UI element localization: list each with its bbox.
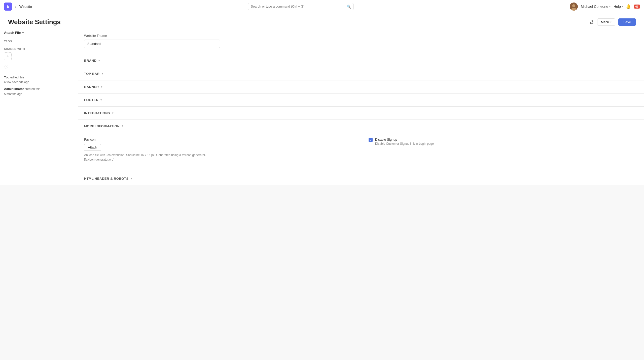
favorite-icon[interactable]: ♡: [4, 65, 74, 71]
sidebar-shared-section: SHARED WITH +: [4, 47, 74, 60]
save-button[interactable]: Save: [618, 18, 636, 26]
user-name-button[interactable]: Michael Corleone ▾: [581, 5, 611, 9]
help-button[interactable]: Help ▾: [614, 5, 623, 9]
main-content: http://localhost:8069/... ✕ Attach File …: [0, 18, 644, 185]
more-info-content: Favicon Attach An icon file with .ico ex…: [78, 133, 644, 172]
favicon-hint: An icon file with .ico extension. Should…: [84, 153, 210, 162]
footer-section-header[interactable]: FOOTER ▾: [78, 94, 644, 106]
brand-section: BRAND ▾: [78, 54, 644, 67]
html-header-section: HTML HEADER & ROBOTS ▾: [78, 172, 644, 185]
favicon-attach-button[interactable]: Attach: [84, 144, 101, 151]
more-info-section: MORE INFORMATION ▴ Favicon Attach An ico…: [78, 120, 644, 172]
attach-plus-icon[interactable]: +: [22, 30, 24, 35]
html-header-chevron-icon: ▾: [131, 177, 132, 180]
breadcrumb-separator: ›: [15, 5, 16, 9]
menu-chevron-icon: ▾: [610, 21, 612, 23]
brand-title: BRAND: [84, 59, 96, 63]
attach-file-label: Attach File: [4, 31, 21, 35]
breadcrumb-website[interactable]: Website: [19, 5, 32, 9]
search-icon: 🔍: [347, 5, 351, 9]
theme-input[interactable]: [84, 40, 220, 48]
user-chevron-icon: ▾: [609, 5, 611, 8]
brand-chevron-icon: ▾: [98, 59, 100, 62]
search-wrapper: 🔍: [248, 3, 354, 10]
banner-title: BANNER: [84, 85, 99, 89]
top-bar-title: TOP BAR: [84, 72, 100, 76]
activity-1-action: edited this: [10, 76, 24, 79]
sidebar: http://localhost:8069/... ✕ Attach File …: [0, 18, 78, 185]
breadcrumb: E › Website: [4, 3, 32, 11]
sidebar-tags-section: TAGS: [4, 40, 74, 43]
banner-section: BANNER ▾: [78, 80, 644, 94]
top-bar-section: TOP BAR ▾: [78, 67, 644, 80]
favicon-label: Favicon: [84, 138, 353, 141]
banner-section-header[interactable]: BANNER ▾: [78, 80, 644, 93]
tags-label: TAGS: [4, 40, 74, 43]
shared-with-label: SHARED WITH: [4, 47, 74, 50]
disable-signup-label-group: Disable Signup Disable Customer Signup l…: [375, 138, 434, 145]
avatar-image: [570, 3, 578, 11]
activity-2: Administrator created this 5 months ago: [4, 87, 74, 96]
user-name-text: Michael Corleone: [581, 5, 608, 9]
footer-chevron-icon: ▾: [100, 98, 102, 102]
more-info-chevron-icon: ▴: [122, 125, 123, 128]
page-header-actions: 🖨 Menu ▾ Save: [590, 18, 636, 26]
more-info-columns: Favicon Attach An icon file with .ico ex…: [84, 138, 638, 166]
search-bar: 🔍: [32, 3, 570, 10]
top-bar-section-header[interactable]: TOP BAR ▾: [78, 67, 644, 80]
notifications-icon[interactable]: 🔔: [626, 4, 631, 9]
help-label: Help: [614, 5, 621, 9]
activity-2-user: Administrator: [4, 87, 24, 91]
more-info-right-col: Disable Signup Disable Customer Signup l…: [369, 138, 638, 166]
activity-1-user: You: [4, 76, 10, 79]
page-title: Website Settings: [8, 18, 61, 26]
integrations-section: INTEGRATIONS ▾: [78, 107, 644, 120]
avatar: [570, 3, 578, 11]
theme-field-label: Website Theme: [84, 34, 638, 38]
banner-chevron-icon: ▾: [101, 85, 102, 88]
menu-label: Menu: [601, 20, 609, 24]
svg-point-1: [572, 4, 575, 7]
more-info-title: MORE INFORMATION: [84, 124, 120, 128]
website-theme-section: Website Theme: [78, 28, 644, 54]
search-input[interactable]: [251, 5, 345, 8]
favicon-field-group: Favicon Attach An icon file with .ico ex…: [84, 138, 353, 162]
page-header: Website Settings 🖨 Menu ▾ Save: [0, 13, 644, 30]
more-info-section-header[interactable]: MORE INFORMATION ▴: [78, 120, 644, 133]
menu-button[interactable]: Menu ▾: [597, 18, 616, 26]
html-header-section-header[interactable]: HTML HEADER & ROBOTS ▾: [78, 172, 644, 185]
integrations-title: INTEGRATIONS: [84, 111, 110, 115]
integrations-chevron-icon: ▾: [112, 111, 114, 115]
activity-1: You edited this a few seconds ago: [4, 75, 74, 85]
print-icon[interactable]: 🖨: [590, 19, 594, 25]
integrations-section-header[interactable]: INTEGRATIONS ▾: [78, 107, 644, 119]
more-info-left-col: Favicon Attach An icon file with .ico ex…: [84, 138, 353, 166]
activity-1-time: a few seconds ago: [4, 80, 29, 84]
footer-section: FOOTER ▾: [78, 94, 644, 107]
app-icon[interactable]: E: [4, 3, 12, 11]
disable-signup-row: Disable Signup Disable Customer Signup l…: [369, 138, 638, 145]
disable-signup-checkbox[interactable]: [369, 138, 373, 142]
add-shared-user-button[interactable]: +: [4, 52, 12, 60]
content-area: blog, about, contact) Website Theme BRAN…: [78, 18, 644, 185]
notification-badge: 63: [634, 5, 640, 9]
disable-signup-hint: Disable Customer Signup link in Login pa…: [375, 142, 434, 145]
activity-2-time: 5 months ago: [4, 92, 22, 96]
top-bar-chevron-icon: ▾: [102, 72, 103, 75]
attach-file-row: Attach File +: [4, 30, 74, 35]
disable-signup-label: Disable Signup: [375, 138, 434, 141]
footer-title: FOOTER: [84, 98, 98, 102]
top-navigation: E › Website 🔍 Michael Corleone ▾ Help ▾ …: [0, 0, 644, 13]
html-header-title: HTML HEADER & ROBOTS: [84, 177, 129, 181]
brand-section-header[interactable]: BRAND ▾: [78, 54, 644, 67]
help-chevron-icon: ▾: [622, 5, 623, 8]
topnav-right: Michael Corleone ▾ Help ▾ 🔔 63: [570, 3, 640, 11]
activity-2-action: created this: [24, 87, 40, 91]
